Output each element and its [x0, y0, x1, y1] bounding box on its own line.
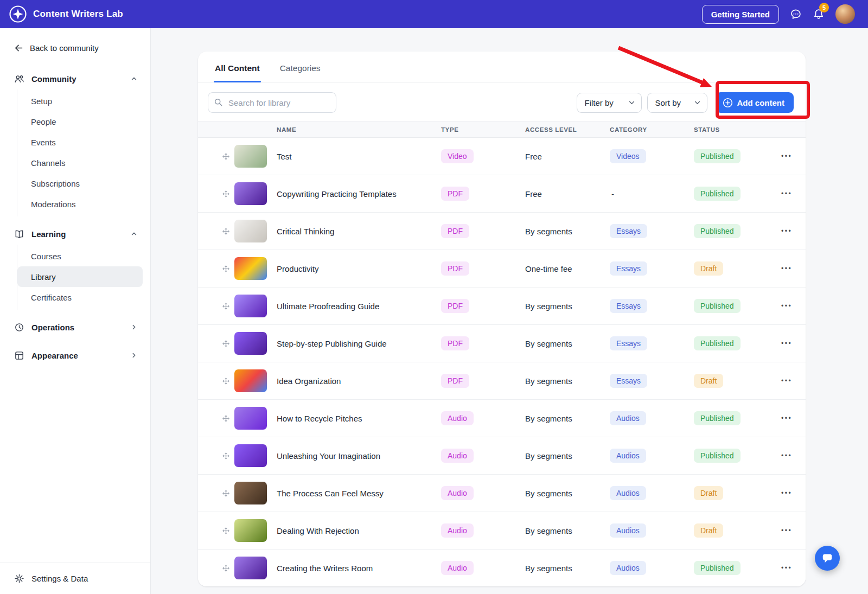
- status-badge: Published: [694, 561, 741, 575]
- category-badge: Videos: [610, 149, 646, 163]
- getting-started-button[interactable]: Getting Started: [702, 5, 779, 24]
- search-input[interactable]: [208, 92, 336, 113]
- category-cell: Audios: [610, 411, 694, 425]
- category-badge: Essays: [610, 374, 647, 388]
- table-row[interactable]: Copywriting Practicing Templates PDF Fre…: [198, 175, 806, 213]
- table-row[interactable]: Dealing With Rejection Audio By segments…: [198, 512, 806, 550]
- content-name: Step-by-step Publishing Guide: [277, 339, 441, 348]
- drag-handle-icon[interactable]: [222, 265, 229, 272]
- row-menu-button[interactable]: •••: [780, 263, 793, 274]
- sidebar-section-learning[interactable]: Learning: [0, 223, 150, 245]
- filter-by-label: Filter by: [585, 98, 614, 107]
- chevron-up-icon: [131, 231, 137, 237]
- drag-handle-icon[interactable]: [222, 228, 229, 235]
- sidebar-section-community[interactable]: Community: [0, 68, 150, 90]
- sidebar-item-courses[interactable]: Courses: [17, 246, 143, 266]
- sidebar-section-appearance[interactable]: Appearance: [0, 344, 150, 366]
- row-menu-button[interactable]: •••: [780, 225, 793, 237]
- sidebar-item-events[interactable]: Events: [17, 132, 143, 152]
- column-header-name: NAME: [277, 126, 441, 133]
- content-name: Creating the Writers Room: [277, 564, 441, 573]
- back-link-label: Back to community: [30, 43, 99, 53]
- sidebar-section: Operations: [0, 316, 150, 338]
- sidebar-item-subscriptions[interactable]: Subscriptions: [17, 173, 143, 194]
- filter-by-select[interactable]: Filter by: [577, 93, 642, 113]
- content-thumbnail: [234, 482, 267, 504]
- category-badge: Audios: [610, 411, 646, 425]
- sidebar-item-library[interactable]: Library: [17, 266, 143, 287]
- access-level: By segments: [525, 227, 610, 236]
- sidebar-item-people[interactable]: People: [17, 111, 143, 132]
- type-badge: Audio: [441, 486, 474, 500]
- sidebar-item-setup[interactable]: Setup: [17, 91, 143, 111]
- messages-icon[interactable]: [790, 8, 802, 20]
- table-row[interactable]: Step-by-step Publishing Guide PDF By seg…: [198, 325, 806, 362]
- drag-handle-icon[interactable]: [222, 378, 229, 385]
- access-level: By segments: [525, 302, 610, 311]
- row-menu-button[interactable]: •••: [780, 375, 793, 387]
- notifications-bell[interactable]: 5: [813, 8, 825, 20]
- access-level: Free: [525, 189, 610, 199]
- app-title: Content Writers Lab: [33, 9, 123, 20]
- drag-handle-icon[interactable]: [222, 452, 229, 459]
- content-name: Productivity: [277, 264, 441, 273]
- drag-handle-icon[interactable]: [222, 527, 229, 534]
- table-row[interactable]: Productivity PDF One-time fee Essays Dra…: [198, 250, 806, 288]
- settings-data-link[interactable]: Settings & Data: [14, 573, 137, 584]
- chevron-right-icon: [131, 324, 137, 330]
- row-menu-button[interactable]: •••: [780, 300, 793, 312]
- user-avatar[interactable]: [835, 4, 855, 24]
- access-level: By segments: [525, 489, 610, 498]
- row-menu-button[interactable]: •••: [780, 337, 793, 349]
- row-menu-button[interactable]: •••: [780, 412, 793, 424]
- status-badge: Published: [694, 336, 741, 350]
- content-thumbnail: [234, 444, 267, 467]
- status-badge: Published: [694, 411, 741, 425]
- sidebar-section-operations[interactable]: Operations: [0, 316, 150, 338]
- drag-handle-icon[interactable]: [222, 303, 229, 310]
- type-badge: PDF: [441, 187, 469, 201]
- category-cell: Videos: [610, 149, 694, 163]
- tab-categories[interactable]: Categories: [279, 63, 322, 82]
- category-badge: Audios: [610, 561, 646, 575]
- chat-widget-button[interactable]: [815, 546, 840, 571]
- row-menu-button[interactable]: •••: [780, 150, 793, 162]
- add-content-button[interactable]: Add content: [716, 92, 794, 113]
- row-menu-button[interactable]: •••: [780, 487, 793, 499]
- row-menu-button[interactable]: •••: [780, 562, 793, 574]
- table-row[interactable]: Ultimate Proofreading Guide PDF By segme…: [198, 288, 806, 325]
- table-row[interactable]: Test Video Free Videos Published •••: [198, 138, 806, 175]
- drag-handle-icon[interactable]: [222, 153, 229, 160]
- table-row[interactable]: Idea Organization PDF By segments Essays…: [198, 362, 806, 400]
- tab-all-content[interactable]: All Content: [214, 63, 261, 82]
- sort-by-select[interactable]: Sort by: [647, 93, 707, 113]
- row-menu-button[interactable]: •••: [780, 525, 793, 536]
- sidebar-item-moderations[interactable]: Moderations: [17, 194, 143, 214]
- table-row[interactable]: Creating the Writers Room Audio By segme…: [198, 550, 806, 586]
- back-to-community-link[interactable]: Back to community: [0, 28, 150, 61]
- chevron-right-icon: [131, 352, 137, 359]
- column-header-status: STATUS: [694, 126, 780, 133]
- sidebar-sub-list: SetupPeopleEventsChannelsSubscriptionsMo…: [17, 90, 150, 216]
- table-row[interactable]: Critical Thinking PDF By segments Essays…: [198, 213, 806, 250]
- category-cell: Essays: [610, 261, 694, 276]
- sidebar-item-channels[interactable]: Channels: [17, 152, 143, 173]
- table-row[interactable]: Unleashing Your Imagination Audio By seg…: [198, 437, 806, 475]
- row-menu-button[interactable]: •••: [780, 188, 793, 200]
- table-row[interactable]: The Process Can Feel Messy Audio By segm…: [198, 475, 806, 512]
- table-row[interactable]: How to Recycle Pitches Audio By segments…: [198, 400, 806, 437]
- sidebar-item-certificates[interactable]: Certificates: [17, 287, 143, 308]
- status-badge: Published: [694, 299, 741, 313]
- drag-handle-icon[interactable]: [222, 190, 229, 197]
- app-logo-icon[interactable]: [9, 5, 27, 23]
- content-thumbnail: [234, 557, 267, 579]
- row-menu-button[interactable]: •••: [780, 450, 793, 462]
- drag-handle-icon[interactable]: [222, 565, 229, 572]
- chevron-up-icon: [131, 75, 137, 82]
- table-body: Test Video Free Videos Published ••• Cop…: [198, 138, 806, 586]
- drag-handle-icon[interactable]: [222, 490, 229, 497]
- drag-handle-icon[interactable]: [222, 415, 229, 422]
- content-thumbnail: [234, 295, 267, 317]
- gear-icon: [14, 573, 24, 584]
- drag-handle-icon[interactable]: [222, 340, 229, 347]
